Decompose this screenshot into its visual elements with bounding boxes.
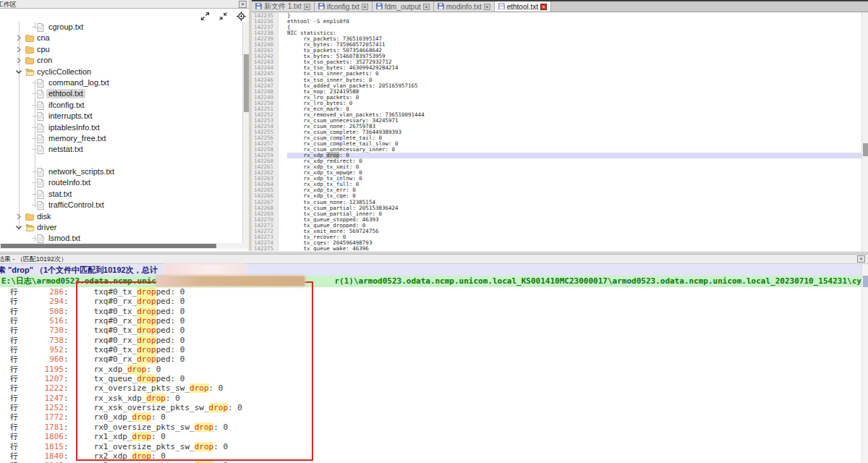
tree-item-label: cgroup.txt	[46, 22, 85, 32]
editor-pane: 新文件 1.txt×ifconfig.txt×fdm_output×modinf…	[252, 0, 868, 251]
tree-item-trafficcontrol-txt[interactable]: trafficControl.txt	[0, 200, 242, 211]
tab-close-icon[interactable]: ×	[540, 4, 547, 10]
row-colon: :	[64, 394, 69, 403]
tree-item-label: ifconfig.txt	[46, 101, 87, 110]
tree-item-ethtool-txt[interactable]: ethtool.txt	[0, 88, 242, 99]
editor-tab[interactable]: ifconfig.txt×	[315, 1, 373, 12]
workspace-panel: 工作区 × cgroup.txtcnacpucroncyclicCollecti…	[0, 0, 249, 251]
tab-close-icon[interactable]: ×	[423, 4, 430, 10]
file-icon	[37, 79, 46, 87]
row-line-label: 行	[10, 451, 20, 461]
line-text: rx_lro_bytes: 0	[287, 101, 861, 106]
locate-icon[interactable]	[237, 11, 246, 20]
tree-item-iptablesinfo-txt[interactable]: iptablesInfo.txt	[0, 122, 242, 133]
save-icon	[318, 3, 325, 11]
tree-item-stat-txt[interactable]: stat.txt	[0, 189, 242, 200]
tree-item-cron[interactable]: cron	[0, 55, 242, 66]
tree-row-blank	[0, 156, 242, 166]
tree-item-cgroup-txt[interactable]: cgroup.txt	[0, 22, 242, 33]
line-text: tx_cqes: 204596498793	[287, 240, 861, 246]
tree-item-netstat-txt[interactable]: netstat.txt	[0, 144, 242, 155]
chevron-right-icon[interactable]	[15, 46, 22, 54]
tree-item-network-scripts-txt[interactable]: network_scripts.txt	[0, 166, 242, 177]
tree-item-label: cron	[35, 56, 54, 65]
scrollbar-thumb[interactable]	[863, 143, 868, 156]
scrollbar-thumb[interactable]	[1, 244, 216, 248]
editor-tab[interactable]: fdm_output×	[373, 1, 434, 12]
results-vertical-scrollbar[interactable]	[861, 264, 868, 463]
line-text: tx_queue_wake: 46396	[287, 246, 861, 251]
tree-item-interrupts-txt[interactable]: interrupts.txt	[0, 111, 242, 122]
chevron-right-icon[interactable]	[15, 56, 22, 64]
tree-item-label: netstat.txt	[46, 145, 85, 154]
tab-label: modinfo.txt	[446, 3, 482, 11]
row-line-label: 行	[10, 365, 20, 374]
row-line-label: 行	[10, 432, 20, 441]
file-icon	[37, 124, 46, 132]
workspace-title: 工作区	[0, 0, 17, 9]
tree-item-label: cna	[35, 33, 52, 43]
scrollbar-thumb[interactable]	[244, 54, 249, 112]
file-icon	[37, 90, 46, 98]
workspace-toolbar	[0, 9, 249, 22]
tree-item-label: trafficControl.txt	[46, 200, 106, 210]
tab-close-icon[interactable]: ×	[304, 4, 310, 10]
line-text: rx_xdp_tx_xmit: 0	[287, 164, 861, 170]
editor-tab[interactable]: modinfo.txt×	[434, 1, 495, 12]
expand-icon[interactable]	[200, 11, 210, 20]
tree-vertical-scrollbar[interactable]	[242, 22, 249, 243]
tree-item-ifconfig-txt[interactable]: ifconfig.txt	[0, 100, 242, 111]
tree-item-routeinfo-txt[interactable]: routeInfo.txt	[0, 177, 242, 188]
row-colon: :	[64, 336, 69, 345]
tree-item-label: disk	[35, 212, 54, 221]
line-text: tx_queue_stopped: 46393	[287, 217, 861, 223]
tree-item-lsmod-txt[interactable]: lsmod.txt	[0, 233, 242, 243]
row-colon: :	[64, 365, 69, 374]
row-line-label: 行	[10, 336, 20, 345]
tree-item-driver[interactable]: driver	[0, 222, 242, 233]
file-icon	[37, 168, 46, 176]
chevron-right-icon[interactable]	[15, 34, 22, 42]
workspace-close-icon[interactable]: ×	[239, 1, 247, 8]
results-close-icon[interactable]: ×	[857, 255, 865, 263]
tree-item-memory-free-txt[interactable]: memory_free.txt	[0, 133, 242, 144]
chevron-down-icon[interactable]	[15, 224, 22, 232]
redaction-blur	[165, 265, 244, 274]
tab-close-icon[interactable]: ×	[484, 4, 490, 10]
tree-item-cpu[interactable]: cpu	[0, 44, 242, 55]
chevron-right-icon[interactable]	[15, 213, 22, 221]
line-text: rx_xdp_tx_inlnw: 0	[287, 176, 861, 182]
editor-body[interactable]: 142235}142236ethtool -S enp1s0f0142237{1…	[252, 12, 868, 251]
tree-item-disk[interactable]: disk	[0, 211, 242, 222]
row-line-label: 行	[10, 383, 20, 393]
tree-item-label: iptablesInfo.txt	[46, 123, 102, 132]
tree-item-command-log-txt[interactable]: command_log.txt	[0, 77, 242, 88]
row-colon: :	[64, 412, 69, 422]
row-line-label: 行	[10, 412, 20, 422]
chevron-down-icon[interactable]	[15, 68, 22, 76]
editor-vertical-scrollbar[interactable]	[861, 12, 868, 251]
file-tree: cgroup.txtcnacpucroncyclicCollectioncomm…	[0, 22, 242, 243]
row-line-label: 行	[10, 422, 20, 432]
tree-item-cna[interactable]: cna	[0, 33, 242, 43]
editor-tab[interactable]: ethtool.txt×	[495, 1, 551, 12]
row-line-number: 1806	[20, 432, 64, 441]
app-window: 工作区 × cgroup.txtcnacpucroncyclicCollecti…	[0, 0, 868, 463]
tree-horizontal-scrollbar[interactable]	[0, 243, 249, 249]
redaction-blur	[400, 234, 451, 251]
row-colon: :	[64, 345, 69, 354]
row-colon: :	[64, 354, 69, 364]
row-line-label: 行	[10, 345, 20, 354]
line-text: rx_csum_unnecessary_inner: 0	[287, 147, 861, 153]
tree-item-cycliccollection[interactable]: cyclicCollection	[0, 67, 242, 77]
scrollbar-thumb[interactable]	[863, 276, 868, 287]
tab-label: 新文件 1.txt	[264, 1, 302, 12]
tab-close-icon[interactable]: ×	[362, 4, 368, 10]
editor-tab[interactable]: 新文件 1.txt×	[252, 1, 315, 12]
collapse-icon[interactable]	[218, 11, 228, 20]
editor-line: 142275 tx_queue_wake: 46396	[252, 246, 861, 251]
row-line-number: 1781	[20, 422, 64, 432]
folder-icon	[25, 213, 34, 221]
row-colon: :	[64, 422, 69, 432]
folder-icon	[25, 224, 34, 232]
